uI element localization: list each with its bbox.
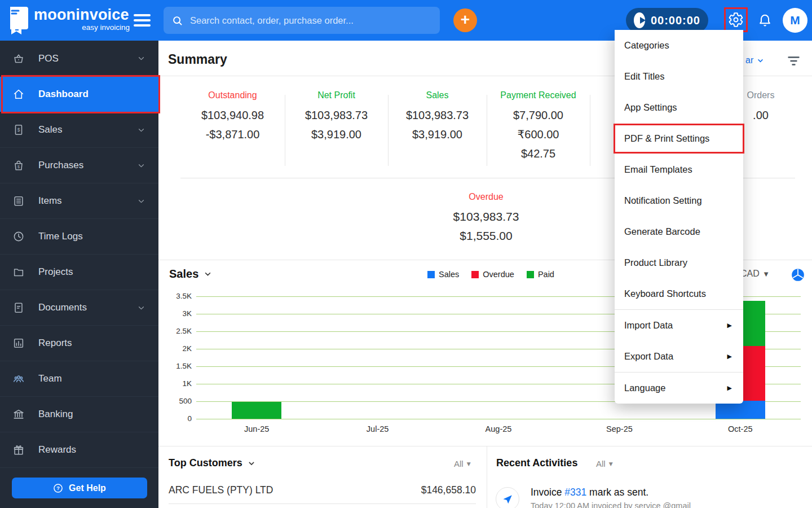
sidebar-item-items[interactable]: Items <box>0 183 158 218</box>
overdue-value: $1,555.00 <box>401 226 571 246</box>
y-axis-tick: 0 <box>166 414 192 423</box>
activity-invoice-link[interactable]: #331 <box>564 487 586 498</box>
chart-title-dropdown[interactable]: Sales <box>169 268 213 281</box>
summary-card-outstanding: Outstanding$103,940.98-$3,871.00 <box>180 90 285 144</box>
customer-name: ARC FUELS (PTY) LTD <box>169 484 273 496</box>
top-customers-header[interactable]: Top Customers <box>169 457 256 469</box>
activity-avatar <box>496 487 519 508</box>
sidebar-item-team[interactable]: Team <box>0 361 158 396</box>
menu-item-product-library[interactable]: Product Library <box>615 247 743 278</box>
activity-text: Invoice #331 mark as sent. <box>531 487 648 498</box>
menu-item-edit-titles[interactable]: Edit Titles <box>615 61 743 92</box>
timer-widget[interactable]: 00:00:00 <box>626 8 708 33</box>
sidebar-item-label: Projects <box>38 266 73 278</box>
card-divider <box>285 95 285 166</box>
menu-item-keyboard-shortcuts[interactable]: Keyboard Shortcuts <box>615 278 743 309</box>
get-help-button[interactable]: ? Get Help <box>12 478 147 498</box>
menu-item-label: PDF & Print Settings <box>624 133 732 144</box>
sidebar-item-label: Dashboard <box>38 89 89 100</box>
sidebar-item-reports[interactable]: Reports <box>0 325 158 361</box>
menu-item-label: App Settings <box>624 102 732 113</box>
filter-icon[interactable] <box>787 55 801 67</box>
mooninvoice-logo-icon <box>8 6 30 35</box>
currency-selector[interactable]: CAD ▼ <box>740 269 768 279</box>
legend-item-overdue[interactable]: Overdue <box>471 270 514 279</box>
caret-down-icon: ▼ <box>764 271 769 277</box>
recent-activities-title: Recent Activities <box>496 457 577 469</box>
overdue-label: Overdue <box>401 192 571 202</box>
menu-item-categories[interactable]: Categories <box>615 30 743 61</box>
menu-item-label: Language <box>624 383 727 393</box>
menu-item-email-templates[interactable]: Email Templates <box>615 154 743 185</box>
menu-item-generate-barcode[interactable]: Generate Barcode <box>615 216 743 247</box>
basket-icon <box>12 52 25 65</box>
bank-icon <box>12 408 25 421</box>
menu-item-import-data[interactable]: Import Data▶ <box>615 310 743 341</box>
caret-down-icon: ▼ <box>609 461 613 467</box>
overdue-value: $103,983.73 <box>401 207 571 226</box>
sidebar-item-banking[interactable]: Banking <box>0 396 158 432</box>
menu-item-label: Categories <box>624 40 732 51</box>
x-axis-label: Jul-25 <box>347 424 409 433</box>
sidebar-item-label: Banking <box>38 409 73 420</box>
settings-gear-highlight-box[interactable] <box>724 7 748 32</box>
sidebar-item-label: Purchases <box>38 160 83 171</box>
sidebar-item-label: Team <box>38 373 62 384</box>
top-customers-filter[interactable]: All ▼ <box>454 459 471 468</box>
top-customers-title: Top Customers <box>169 457 242 469</box>
sidebar-item-pos[interactable]: POS <box>0 41 158 76</box>
legend-item-sales[interactable]: Sales <box>427 270 459 279</box>
sidebar-item-label: Documents <box>38 302 87 313</box>
sidebar-item-time-logs[interactable]: Time Logs <box>0 218 158 254</box>
svg-text:$: $ <box>17 165 20 169</box>
chart-legend: SalesOverduePaid <box>427 270 554 279</box>
card-value: $103,983.73 <box>285 106 388 125</box>
period-selector[interactable]: ar <box>745 55 765 65</box>
pie-chart-toggle-icon[interactable] <box>791 268 805 282</box>
svg-text:$: $ <box>17 128 20 133</box>
summary-card-net-profit: Net Profit$103,983.73$3,919.00 <box>285 90 388 144</box>
recent-activities-filter[interactable]: All ▼ <box>596 459 613 468</box>
sidebar-item-projects[interactable]: Projects <box>0 254 158 290</box>
sidebar-item-purchases[interactable]: $Purchases <box>0 147 158 183</box>
menu-item-pdf-print-settings[interactable]: PDF & Print Settings <box>615 123 743 154</box>
activity-prefix: Invoice <box>531 487 564 498</box>
menu-item-language[interactable]: Language▶ <box>615 373 743 404</box>
sidebar-item-sales[interactable]: $Sales <box>0 112 158 147</box>
menu-item-notification-setting[interactable]: Notification Setting <box>615 185 743 216</box>
sidebar-item-label: Reports <box>38 338 72 349</box>
card-value: $3,919.00 <box>388 125 487 144</box>
chevron-down-icon <box>136 303 146 313</box>
user-avatar[interactable]: M <box>783 8 807 33</box>
y-axis-tick: 2.5K <box>166 327 192 335</box>
y-axis-tick: 500 <box>166 397 192 405</box>
bar-chart-icon <box>12 337 25 349</box>
sidebar-item-dashboard[interactable]: Dashboard <box>0 76 158 112</box>
card-value: -$3,871.00 <box>180 125 285 144</box>
filter-label: All <box>454 459 464 468</box>
chevron-down-icon <box>756 56 765 65</box>
notifications-button[interactable] <box>757 12 773 31</box>
legend-item-paid[interactable]: Paid <box>527 270 554 279</box>
search-icon <box>171 15 183 27</box>
y-axis-tick: 1.5K <box>166 362 192 370</box>
summary-card-payment-received: Payment Received$7,790.00₹600.00$42.75 <box>487 90 590 163</box>
search-input[interactable] <box>190 15 432 26</box>
legend-label: Paid <box>538 270 554 279</box>
chevron-down-icon <box>136 125 146 135</box>
sidebar-item-documents[interactable]: Documents <box>0 290 158 325</box>
sidebar-item-rewards[interactable]: Rewards <box>0 432 158 467</box>
card-value: $42.75 <box>487 144 590 163</box>
question-circle-icon: ? <box>52 483 64 494</box>
customer-row[interactable]: ARC FUELS (PTY) LTD $146,658.10 <box>169 484 476 496</box>
add-new-button[interactable]: + <box>453 8 477 32</box>
hamburger-menu-icon[interactable] <box>134 14 151 27</box>
y-axis-tick: 1K <box>166 379 192 388</box>
menu-item-export-data[interactable]: Export Data▶ <box>615 341 743 372</box>
bell-icon <box>757 12 773 29</box>
card-divider <box>388 95 389 166</box>
chevron-down-icon <box>136 54 146 63</box>
legend-swatch <box>527 271 534 278</box>
menu-item-app-settings[interactable]: App Settings <box>615 92 743 123</box>
y-axis-tick: 3K <box>166 309 192 318</box>
